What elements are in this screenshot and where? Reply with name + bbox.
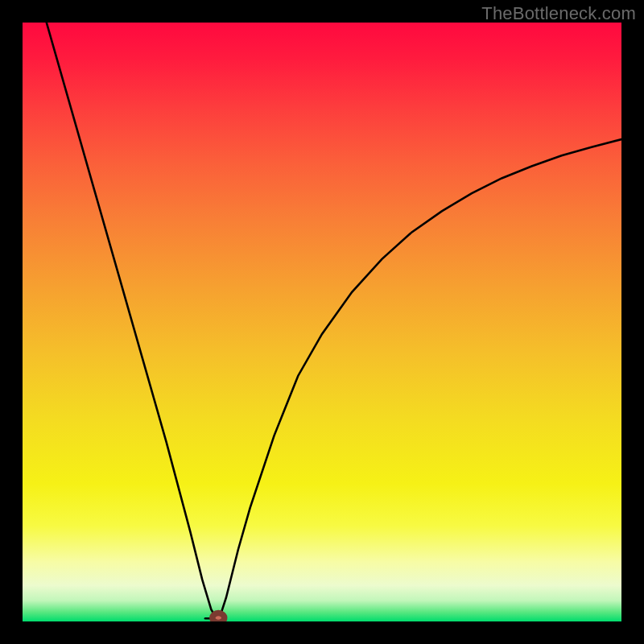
curve-right-branch (218, 139, 621, 621)
curve-vertex-marker (213, 613, 225, 621)
bottleneck-curve (23, 23, 621, 621)
curve-left-branch (47, 23, 219, 621)
chart-frame: TheBottleneck.com (0, 0, 644, 644)
watermark-text: TheBottleneck.com (481, 3, 636, 24)
plot-area (23, 23, 621, 621)
